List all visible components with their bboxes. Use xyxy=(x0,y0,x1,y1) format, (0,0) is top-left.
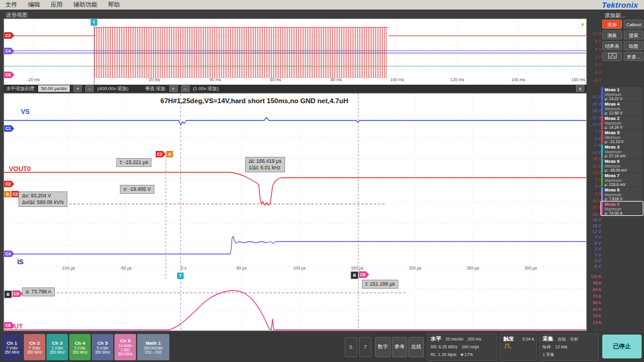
ch4-badge[interactable]: Ch 4 3 V/div 350 MHz xyxy=(69,334,91,360)
cursor-b-marker-icon[interactable]: B xyxy=(351,271,358,279)
callout-button[interactable]: Callout xyxy=(624,20,643,29)
ch2-badge[interactable]: Ch 2 7 V/div 350 MHz xyxy=(24,334,45,360)
v-zoom-out-button[interactable]: − xyxy=(181,85,190,92)
trigger-pulse-icon xyxy=(503,343,512,349)
meas-8-badge[interactable]: Meas 8Maximumμ: 7.818 V xyxy=(601,187,643,201)
meas-value: μ: 233.6 mV xyxy=(605,182,626,187)
annotation-title[interactable]: 67H#1,25deg,VS=14V,hard short 150ms,no G… xyxy=(160,97,348,104)
overview-time-label: 160 ms xyxy=(572,78,586,82)
more-button[interactable]: 更多... xyxy=(624,52,643,61)
add-reference-button[interactable]: 参考 xyxy=(392,337,407,357)
ch-name: Ch 3 xyxy=(52,341,62,346)
ch-name: Ch 2 xyxy=(29,341,39,346)
cursor-a-voltage-callout[interactable]: v: -19.405 V xyxy=(120,185,154,194)
results-table-button[interactable]: 结果表 xyxy=(602,41,622,50)
menu-bar: 文件 编辑 应用 辅助功能 帮助 Tektronix xyxy=(0,0,644,10)
meas-2-badge[interactable]: Meas 2Maximumμ: 14.24 V xyxy=(601,116,643,129)
ch5-badge[interactable]: Ch 5 5 V/div 350 MHz xyxy=(92,334,113,360)
cursor-a-marker[interactable]: C2 A xyxy=(156,151,173,157)
menu-file[interactable]: 文件 xyxy=(0,0,23,10)
overview-time-label: 40 ms xyxy=(209,78,221,82)
scope-display-icon-button[interactable] xyxy=(602,52,622,61)
ch3-badge[interactable]: Ch 3 1 V/div 350 MHz xyxy=(47,334,68,360)
main-time-label: 150 μs xyxy=(351,266,363,270)
meas-3-badge[interactable]: Meas 3Maximumμ: 27.19 mV xyxy=(601,144,643,158)
ch-scale: 5 V/div xyxy=(97,346,108,350)
menu-utility[interactable]: 辅助功能 xyxy=(68,0,103,10)
main-trigger-flag[interactable]: T xyxy=(177,273,184,279)
add-math-button[interactable]: 数学 xyxy=(375,337,391,357)
tektronix-logo: Tektronix xyxy=(602,1,644,10)
cursor-b-channel-flag[interactable]: C8 xyxy=(13,290,23,297)
cursor-b-marker-channel[interactable]: C8 xyxy=(359,271,369,278)
h-zoom-in-button[interactable]: + xyxy=(73,85,82,92)
add-new-header: 添加新... xyxy=(605,12,626,20)
vs-scale: 42 V35 V28 V21 V14 V7 V0 V-7 V-14 V xyxy=(587,94,601,156)
cursor-b-time-callout[interactable]: t: 151.198 μs xyxy=(362,280,398,289)
meas-id: Meas 3 xyxy=(605,145,626,150)
ch-bandwidth: 350 MHz xyxy=(95,350,110,354)
ch8-badge[interactable]: Ch 8 14 A/div 1 MΩ 350 MHz xyxy=(114,334,136,360)
ch-bandwidth: 350 MHz xyxy=(27,350,42,354)
meas-1-badge[interactable]: Meas 1Maximumμ: 14.22 V xyxy=(601,87,643,101)
cursor-a-icon[interactable]: A xyxy=(4,191,11,197)
ch7-add-button[interactable]: 7 xyxy=(359,337,371,357)
acquisition-panel[interactable]: 采集 自动 分析 取样 12 bits 1 采集 xyxy=(539,333,599,361)
vout0-label[interactable]: VOUT0 xyxy=(9,165,31,172)
add-bus-button[interactable]: 总线 xyxy=(408,337,424,357)
overview-time-label: 80 ms xyxy=(330,78,342,82)
meas-stat: Maximum xyxy=(605,178,626,182)
scope-display-icon xyxy=(608,53,617,58)
meas-value: μ: 27.19 mV xyxy=(605,154,626,158)
ch6-add-button[interactable]: 6 xyxy=(345,337,357,357)
close-zoom-icon[interactable]: × xyxy=(576,85,584,92)
measure-button[interactable]: 测量 xyxy=(602,30,622,39)
cursor-a-time-callout[interactable]: t: -15.221 μs xyxy=(116,158,151,167)
trigger-panel[interactable]: 触发 5.04 A xyxy=(500,333,537,361)
menu-help[interactable]: 帮助 xyxy=(103,0,125,10)
ch-scale: 7 V/div xyxy=(29,346,40,350)
search-button[interactable]: 搜索 xyxy=(624,30,643,39)
meas-7-badge[interactable]: Meas 7Maximumμ: 233.6 mV xyxy=(601,173,643,187)
acquisition-analysis: 分析 xyxy=(570,335,578,343)
ch-scale: 3 V/div xyxy=(74,346,85,350)
meas-value: μ: 7.818 V xyxy=(605,197,623,201)
vout0-scale: 28 V21 V14 V7 V0 V-7 V-14 V-21 V-28 V xyxy=(587,156,601,218)
cursor-a-marker-channel[interactable]: C2 xyxy=(156,151,166,157)
short-event-switching-region xyxy=(94,27,388,78)
main-waveform-view[interactable]: 67H#1,25deg,VS=14V,hard short 150ms,no G… xyxy=(4,93,587,331)
cursor-b-source-badge[interactable]: B C8 xyxy=(4,290,23,298)
meas-stat: Maximum xyxy=(605,92,623,97)
cursor-b-marker[interactable]: B C8 xyxy=(351,271,369,279)
ch1-badge[interactable]: Ch 1 7 V/div 350 MHz xyxy=(1,334,23,360)
trigger-level-marker[interactable]: ▼ xyxy=(580,22,585,27)
h-zoom-out-button[interactable]: − xyxy=(85,85,94,92)
meas-4-badge[interactable]: Meas 4Minimumμ: 12.66 V xyxy=(601,101,643,115)
zoom-scale-value[interactable]: 50.00 μs/div xyxy=(38,85,70,92)
meas-stat: Maximum xyxy=(605,207,623,211)
horizontal-panel[interactable]: 水平 20 ms/div 200 ms SR: 6.25 MS/s 160 ns… xyxy=(427,333,497,361)
menu-edit[interactable]: 编辑 xyxy=(23,0,45,10)
cursor-a-marker-icon[interactable]: A xyxy=(166,151,173,157)
meas-6-badge[interactable]: Meas 6Minimumμ: -45.00 mV xyxy=(601,159,643,172)
run-stop-button[interactable]: 已停止 xyxy=(602,335,642,358)
acquisition-title: 采集 xyxy=(543,335,553,343)
vs-label[interactable]: VS xyxy=(21,108,30,115)
record-length: RL: 1.25 Mpts xyxy=(431,351,457,358)
overview-trigger-flag[interactable]: T xyxy=(91,19,97,26)
math1-badge[interactable]: Math 1 200 mV/div Ch1 - Ch2 xyxy=(137,334,169,360)
meas-9-badge[interactable]: Meas 9Maximumμ: 74.00 A xyxy=(601,202,643,215)
main-time-label: 50 μs xyxy=(236,266,246,270)
overview-waveform-view[interactable]: C2 C4 C8 T ▼ -20 ms 20 ms 40 ms 60 ms 80… xyxy=(4,18,587,85)
menu-apps[interactable]: 应用 xyxy=(45,0,68,10)
cursor-button[interactable]: 光标 xyxy=(602,20,622,29)
is-label[interactable]: IS xyxy=(17,258,23,265)
plot-button[interactable]: 绘图 xyxy=(624,41,643,50)
meas-5-badge[interactable]: Meas 5Minimumμ: -21.13 V xyxy=(601,130,643,144)
delta-t-value: Δt: 166.419 μs xyxy=(249,158,281,165)
delta-voltage-callout[interactable]: Δv: 93.204 V Δv/Δt: 560.06 kV/s xyxy=(18,191,67,207)
cursor-b-current-callout[interactable]: a: 73.798 A xyxy=(22,287,55,296)
v-zoom-in-button[interactable]: + xyxy=(169,85,178,92)
cursor-b-icon[interactable]: B xyxy=(4,290,12,298)
delta-time-callout[interactable]: Δt: 166.419 μs 1/Δt: 6.01 kHz xyxy=(245,157,285,172)
